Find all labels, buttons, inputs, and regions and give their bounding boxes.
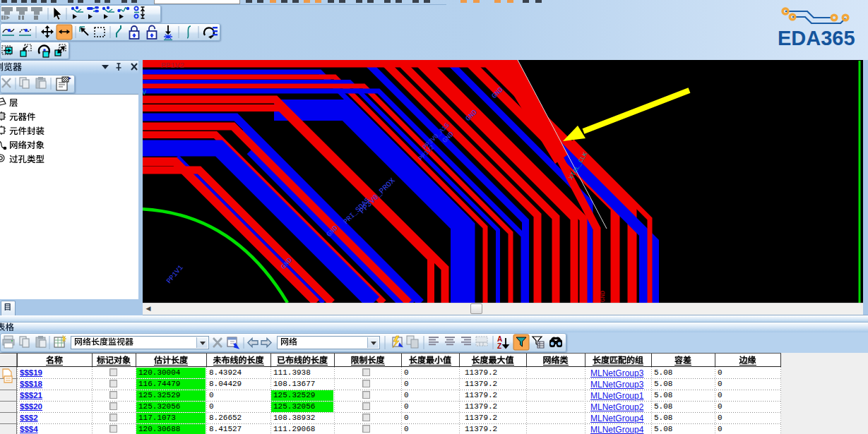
svg-text:Z: Z xyxy=(497,342,501,350)
svg-text:PP1V2: PP1V2 xyxy=(161,61,184,70)
svg-text:3V: 3V xyxy=(143,90,146,97)
svg-text:EDA365: EDA365 xyxy=(778,27,855,49)
svg-text:GND: GND xyxy=(600,291,607,302)
